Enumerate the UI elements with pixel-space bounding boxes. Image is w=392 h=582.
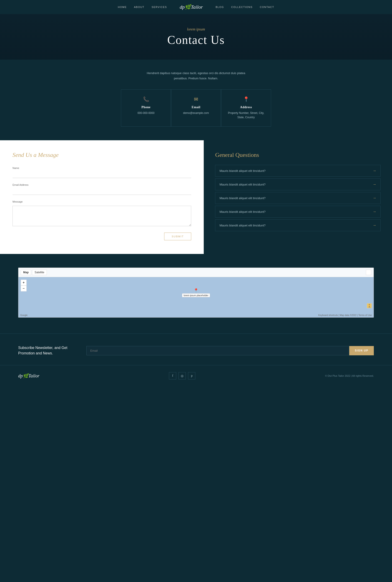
map-footer-right: Keyboard shortcuts | Map data ©2022 | Te… <box>318 314 372 316</box>
nav-services[interactable]: SERVICES <box>152 6 167 8</box>
email-title: Email <box>176 105 216 109</box>
map-pin: 📍 lorem ipsum placeholder <box>182 288 210 297</box>
hero-subtitle: lorem ipsum <box>167 27 225 31</box>
social-facebook[interactable]: f <box>169 372 176 379</box>
social-instagram[interactable]: ◎ <box>178 372 186 379</box>
phone-title: Phone <box>126 105 166 109</box>
nav-contact[interactable]: CONTACT <box>260 6 274 8</box>
hero-content: lorem ipsum Contact Us <box>167 27 225 47</box>
nav-about[interactable]: ABOUT <box>134 6 144 8</box>
faq-item-2[interactable]: Mauris blandit aliquet elit tincidunt? → <box>215 178 381 190</box>
phone-value: 000-000-0000 <box>126 111 166 115</box>
form-heading-plain: Send Us a <box>12 152 38 158</box>
hero-section: lorem ipsum Contact Us <box>0 14 392 59</box>
message-textarea[interactable] <box>12 206 191 226</box>
faq-item-1[interactable]: Mauris blandit aliquet elit tincidunt? → <box>215 165 381 177</box>
faq-arrow-3: → <box>373 196 376 200</box>
message-label: Message <box>12 200 191 203</box>
map-section: Map Satellite ⤢ + − 📍 lorem ipsum placeh… <box>0 254 392 334</box>
submit-button[interactable]: SUBMIT <box>164 233 192 240</box>
faq-heading-accent: Questions <box>235 152 259 158</box>
email-input[interactable] <box>12 188 191 195</box>
map-zoom-in[interactable]: + <box>21 280 26 286</box>
faq-arrow-5: → <box>373 223 376 227</box>
nav-collections[interactable]: COLLECTIONS <box>231 6 252 8</box>
newsletter-signup-button[interactable]: SIGN UP <box>349 346 374 355</box>
footer-logo: dp🌿Tailor <box>18 373 39 379</box>
faq-heading-plain: General <box>215 152 235 158</box>
footer-social: f ◎ p <box>169 372 195 379</box>
map-tab-map[interactable]: Map <box>21 270 31 275</box>
map-pin-label: lorem ipsum placeholder <box>182 294 210 297</box>
message-group: Message <box>12 200 191 227</box>
form-heading: Send Us a Message <box>12 152 191 158</box>
map-footer-left: Google <box>20 314 28 316</box>
contact-card-address: 📍 Address Property Number, Street, City,… <box>221 89 271 127</box>
faq-item-4[interactable]: Mauris blandit aliquet elit tincidunt? → <box>215 206 381 218</box>
name-group: Name <box>12 167 191 178</box>
faq-arrow-4: → <box>373 210 376 214</box>
name-input[interactable] <box>12 171 191 178</box>
nav-logo[interactable]: dp🌿Tailor <box>180 4 203 10</box>
newsletter-form: SIGN UP <box>86 346 374 355</box>
hero-title: Contact Us <box>167 33 225 47</box>
footer: dp🌿Tailor f ◎ p © Divi Plus Tailor 2022 … <box>0 365 392 386</box>
faq-arrow-1: → <box>373 169 376 173</box>
map-zoom-controls: + − <box>21 280 26 291</box>
map-container: Map Satellite ⤢ + − 📍 lorem ipsum placeh… <box>18 268 374 318</box>
nav-home[interactable]: HOME <box>118 6 127 8</box>
map-pin-icon: 📍 <box>194 288 198 293</box>
faq-question-2: Mauris blandit aliquet elit tincidunt? <box>220 183 265 186</box>
map-zoom-out[interactable]: − <box>21 286 26 291</box>
contact-cards-section: 📞 Phone 000-000-0000 ✉ Email demo@exampl… <box>0 89 392 140</box>
email-label: Email Address <box>12 183 191 186</box>
faq-item-3[interactable]: Mauris blandit aliquet elit tincidunt? → <box>215 192 381 204</box>
contact-card-email: ✉ Email demo@example.com <box>171 89 221 127</box>
map-tab-satellite[interactable]: Satellite <box>32 270 47 275</box>
navbar: HOME ABOUT SERVICES dp🌿Tailor BLOG COLLE… <box>0 0 392 14</box>
social-pinterest[interactable]: p <box>188 372 195 379</box>
main-section: Send Us a Message Name Email Address Mes… <box>0 140 392 254</box>
address-title: Address <box>226 105 266 109</box>
contact-card-phone: 📞 Phone 000-000-0000 <box>121 89 171 127</box>
footer-logo-text: dp🌿Tailor <box>18 373 39 379</box>
logo-text: dp🌿Tailor <box>180 4 203 10</box>
form-submit-row: SUBMIT <box>12 233 191 240</box>
intro-section: Hendrerit dapibus natoque class taciti, … <box>0 59 392 89</box>
faq-question-5: Mauris blandit aliquet elit tincidunt? <box>220 224 265 227</box>
nav-left-links: HOME ABOUT SERVICES <box>118 6 167 8</box>
map-controls: Map Satellite ⤢ <box>18 268 374 277</box>
address-icon: 📍 <box>226 96 266 102</box>
faq-question-4: Mauris blandit aliquet elit tincidunt? <box>220 210 265 213</box>
email-group: Email Address <box>12 183 191 195</box>
nav-right-links: BLOG COLLECTIONS CONTACT <box>216 6 274 8</box>
faq-question-1: Mauris blandit aliquet elit tincidunt? <box>220 169 265 173</box>
form-heading-accent: Message <box>38 152 59 158</box>
email-value: demo@example.com <box>176 111 216 115</box>
phone-icon: 📞 <box>126 96 166 102</box>
faq-item-5[interactable]: Mauris blandit aliquet elit tincidunt? → <box>215 219 381 231</box>
address-value: Property Number, Street, City, State, Co… <box>226 111 266 120</box>
faq-heading: General Questions <box>215 152 381 158</box>
faq-panel: General Questions Mauris blandit aliquet… <box>204 140 392 254</box>
intro-text-2: penatibus. Pretium fusce. Nullam. <box>4 76 388 81</box>
nav-blog[interactable]: BLOG <box>216 6 224 8</box>
newsletter-section: Subscribe Newsletter, and Get Promotion … <box>0 334 392 365</box>
email-icon: ✉ <box>176 96 216 102</box>
newsletter-email-input[interactable] <box>86 346 349 355</box>
contact-form-panel: Send Us a Message Name Email Address Mes… <box>0 140 204 254</box>
name-label: Name <box>12 167 191 169</box>
footer-copyright: © Divi Plus Tailor 2022 | All rights Res… <box>325 374 374 377</box>
faq-question-3: Mauris blandit aliquet elit tincidunt? <box>220 196 265 200</box>
map-fullscreen-btn[interactable]: ⤢ <box>366 270 371 275</box>
newsletter-text: Subscribe Newsletter, and Get Promotion … <box>18 345 77 356</box>
intro-text-1: Hendrerit dapibus natoque class taciti, … <box>4 70 388 76</box>
map-pegman[interactable]: 🚶 <box>367 303 372 308</box>
faq-arrow-2: → <box>373 182 376 186</box>
